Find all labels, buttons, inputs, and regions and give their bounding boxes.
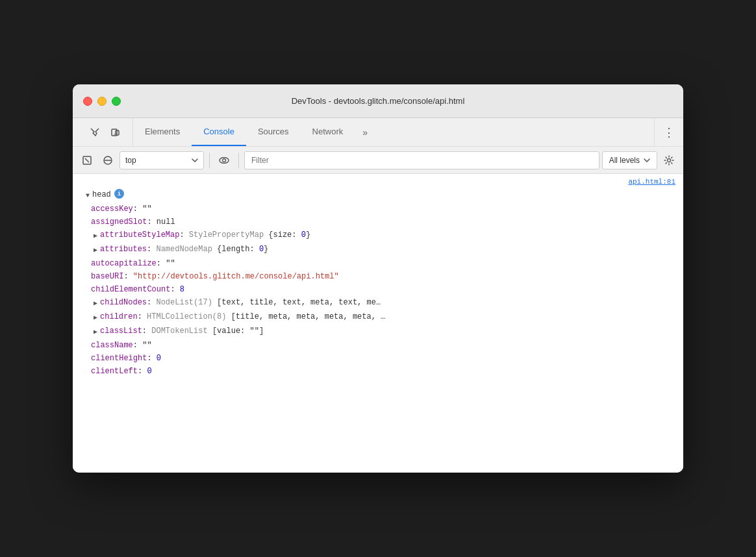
inspect-element-button[interactable] bbox=[86, 123, 104, 142]
prop-key: className bbox=[91, 340, 133, 351]
table-row: attributes : NamedNodeMap {length: 0 } bbox=[73, 243, 683, 257]
head-row: head i bbox=[73, 188, 683, 203]
table-row: clientLeft : 0 bbox=[73, 365, 683, 378]
chevron-down-icon bbox=[192, 158, 198, 162]
more-tabs-button[interactable]: » bbox=[355, 118, 375, 146]
live-expressions-button[interactable] bbox=[215, 151, 233, 169]
expand-arrow-attributes[interactable] bbox=[94, 245, 97, 256]
titlebar: DevTools - devtools.glitch.me/console/ap… bbox=[73, 84, 683, 118]
tabs: Elements Console Sources Network » bbox=[133, 118, 654, 146]
tabbar-right: ⋮ bbox=[654, 118, 683, 146]
tab-sources[interactable]: Sources bbox=[246, 118, 301, 146]
info-badge[interactable]: i bbox=[114, 189, 124, 199]
clear-console-button[interactable] bbox=[78, 151, 96, 169]
svg-point-8 bbox=[223, 158, 226, 162]
prop-key: classList bbox=[100, 325, 142, 337]
table-row: className : "" bbox=[73, 339, 683, 352]
toolbar-divider-1 bbox=[209, 153, 210, 168]
prop-key: accessKey bbox=[91, 203, 133, 215]
traffic-lights bbox=[83, 97, 121, 106]
close-button[interactable] bbox=[83, 97, 92, 106]
context-selector[interactable]: top bbox=[120, 151, 204, 169]
log-levels-button[interactable]: All levels bbox=[602, 151, 657, 169]
svg-point-9 bbox=[668, 158, 671, 162]
expand-arrow-attrStyleMap[interactable] bbox=[94, 230, 97, 242]
block-icon-button[interactable] bbox=[99, 151, 117, 169]
expand-arrow-head[interactable] bbox=[86, 190, 90, 202]
chevron-down-icon bbox=[644, 158, 650, 162]
tab-elements[interactable]: Elements bbox=[133, 118, 192, 146]
toolbar: top All levels bbox=[73, 147, 683, 174]
source-link[interactable]: api.html:81 bbox=[73, 177, 683, 188]
prop-key: childNodes bbox=[100, 297, 147, 308]
toolbar-divider-2 bbox=[238, 153, 239, 168]
more-options-button[interactable]: ⋮ bbox=[660, 123, 678, 142]
prop-key: baseURI bbox=[91, 271, 123, 282]
prop-key: clientLeft bbox=[91, 365, 138, 377]
minimize-button[interactable] bbox=[97, 97, 107, 106]
table-row: attributeStyleMap : StylePropertyMap {si… bbox=[73, 229, 683, 243]
svg-line-4 bbox=[85, 158, 89, 162]
filter-input[interactable] bbox=[244, 151, 599, 169]
prop-key: assignedSlot bbox=[91, 216, 147, 228]
context-value: top bbox=[125, 156, 188, 165]
table-row: assignedSlot : null bbox=[73, 216, 683, 229]
console-output: api.html:81 head i accessKey : "" assign… bbox=[73, 174, 683, 473]
tab-icons bbox=[78, 118, 133, 146]
tab-console[interactable]: Console bbox=[192, 118, 246, 146]
window-title: DevTools - devtools.glitch.me/console/ap… bbox=[292, 96, 465, 106]
expand-arrow-childNodes[interactable] bbox=[94, 298, 97, 310]
table-row: accessKey : "" bbox=[73, 203, 683, 216]
head-label: head bbox=[92, 189, 111, 201]
device-toolbar-button[interactable] bbox=[107, 123, 125, 142]
table-row: autocapitalize : "" bbox=[73, 257, 683, 270]
table-row: childNodes : NodeList(17) [text, title, … bbox=[73, 296, 683, 310]
table-row: baseURI : "http://devtools.glitch.me/con… bbox=[73, 270, 683, 283]
prop-key: autocapitalize bbox=[91, 258, 157, 269]
tabbar: Elements Console Sources Network » ⋮ bbox=[73, 118, 683, 147]
fullscreen-button[interactable] bbox=[112, 97, 121, 106]
prop-key: attributes bbox=[100, 243, 147, 255]
expand-arrow-children[interactable] bbox=[94, 312, 97, 324]
table-row: childElementCount : 8 bbox=[73, 283, 683, 296]
prop-key: attributeStyleMap bbox=[100, 229, 179, 241]
levels-label: All levels bbox=[609, 156, 640, 165]
devtools-window: DevTools - devtools.glitch.me/console/ap… bbox=[73, 84, 683, 473]
settings-button[interactable] bbox=[660, 151, 678, 169]
prop-key: clientHeight bbox=[91, 353, 147, 364]
svg-point-2 bbox=[114, 134, 115, 135]
expand-arrow-classList[interactable] bbox=[94, 327, 97, 338]
prop-key: childElementCount bbox=[91, 284, 170, 295]
table-row: children : HTMLCollection(8) [title, met… bbox=[73, 310, 683, 325]
table-row: clientHeight : 0 bbox=[73, 352, 683, 365]
prop-key: children bbox=[100, 311, 138, 323]
table-row: classList : DOMTokenList [value: ""] bbox=[73, 325, 683, 339]
tab-network[interactable]: Network bbox=[301, 118, 355, 146]
